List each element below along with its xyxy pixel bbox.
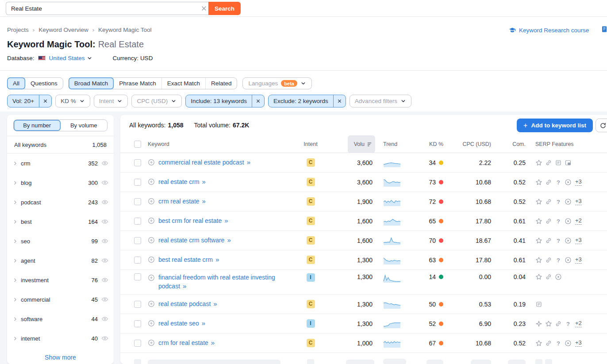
serp-more-link[interactable]: +3 <box>575 198 582 205</box>
sidebar-group-internet[interactable]: internet40 <box>7 329 114 348</box>
chevron-right-icon <box>12 180 18 186</box>
filter-label-text: Advanced filters <box>355 98 397 104</box>
tab-questions[interactable]: Questions <box>25 78 63 89</box>
row-checkbox[interactable] <box>134 340 141 347</box>
select-all-checkbox[interactable] <box>134 141 141 148</box>
sidebar-group-seo[interactable]: seo99 <box>7 231 114 251</box>
keyword-link[interactable]: commercial real estate podcast» <box>158 158 250 167</box>
remove-filter-icon[interactable] <box>333 95 346 107</box>
keyword-link[interactable]: real estate podcast» <box>158 299 217 308</box>
filter-chip-intent[interactable]: Intent <box>94 95 128 107</box>
open-keyword-icon[interactable]: » <box>215 256 219 263</box>
sidebar-group-investment[interactable]: investment76 <box>7 270 114 290</box>
tab-phrase-match[interactable]: Phrase Match <box>113 78 161 89</box>
open-keyword-icon[interactable]: » <box>213 300 217 307</box>
open-keyword-icon[interactable]: » <box>211 339 215 346</box>
serp-more-link[interactable]: +3 <box>575 256 582 264</box>
open-keyword-icon[interactable]: » <box>202 197 206 205</box>
refresh-button[interactable] <box>595 119 607 132</box>
sidebar-group-commercial[interactable]: commercial45 <box>7 290 114 309</box>
sidebar-group-agent[interactable]: agent82 <box>7 251 114 270</box>
kd-cell: 67 <box>415 340 443 347</box>
column-volume-label: Volu <box>354 141 365 147</box>
row-checkbox[interactable] <box>134 218 141 225</box>
group-label: commercial <box>21 296 50 303</box>
open-keyword-icon[interactable]: » <box>183 282 186 290</box>
search-input[interactable] <box>6 2 208 15</box>
sidebar-group-best[interactable]: best164 <box>7 212 114 231</box>
skeleton-checkbox <box>134 359 141 364</box>
group-label: software <box>21 316 42 322</box>
row-checkbox[interactable] <box>134 159 141 166</box>
sidebar-group-podcast[interactable]: podcast243 <box>7 192 114 212</box>
manual-doc-icon[interactable] <box>601 26 607 33</box>
keyword-link[interactable]: financial freedom with real estate inves… <box>158 273 287 291</box>
add-to-keyword-list-button[interactable]: + Add to keyword list <box>517 119 593 132</box>
tab-related[interactable]: Related <box>205 78 237 89</box>
clear-search-icon[interactable] <box>200 5 207 12</box>
search-button[interactable]: Search <box>208 2 241 15</box>
breadcrumb-item-keyword-overview[interactable]: Keyword Overview <box>38 27 88 33</box>
tab-all[interactable]: All <box>7 77 25 89</box>
filter-chip-advanced-filters[interactable]: Advanced filters <box>350 95 411 107</box>
tab-group-2: Broad MatchPhrase MatchExact MatchRelate… <box>69 77 238 89</box>
toggle-by-volume[interactable]: By volume <box>61 120 108 131</box>
keyword-link[interactable]: real estate crm» <box>158 177 206 186</box>
filter-chip-exclude-2-keywords[interactable]: Exclude: 2 keywords <box>268 95 346 107</box>
filter-chip-include-13-keywords[interactable]: Include: 13 keywords <box>185 95 265 107</box>
filter-chip-cpc-usd-[interactable]: CPC (USD) <box>131 95 182 107</box>
column-kd[interactable]: KD % <box>415 141 443 147</box>
row-checkbox[interactable] <box>134 179 141 186</box>
database-selector[interactable]: United States <box>49 55 92 61</box>
intent-badge: C <box>307 217 315 225</box>
column-cpc[interactable]: CPC (USD) <box>443 141 491 147</box>
languages-dropdown[interactable]: Languagesbeta <box>242 77 311 89</box>
open-keyword-icon[interactable]: » <box>227 236 231 244</box>
serp-more-link[interactable]: +2 <box>575 320 582 327</box>
tab-exact-match[interactable]: Exact Match <box>161 78 205 89</box>
column-serp-features[interactable]: SERP Features <box>526 141 607 147</box>
keyword-link[interactable]: best crm for real estate» <box>158 216 228 225</box>
keyword-link[interactable]: best real estate crm» <box>158 255 219 264</box>
sidebar-group-blog[interactable]: blog300 <box>7 173 114 192</box>
row-checkbox[interactable] <box>134 320 141 327</box>
serp-more-link[interactable]: +3 <box>575 339 582 347</box>
sidebar-group-crm[interactable]: crm352 <box>7 153 114 173</box>
row-checkbox[interactable] <box>134 273 141 280</box>
filter-chip-vol-20-[interactable]: Vol: 20+ <box>7 95 52 107</box>
toggle-by-number[interactable]: By number <box>14 120 61 131</box>
star-icon <box>535 198 542 205</box>
column-com[interactable]: Com. <box>491 141 526 147</box>
tab-broad-match[interactable]: Broad Match <box>69 77 114 89</box>
serp-more-link[interactable]: +2 <box>575 217 582 225</box>
breadcrumb-item-projects[interactable]: Projects <box>7 27 29 33</box>
kd-dot <box>439 258 443 262</box>
filter-chip-kd-[interactable]: KD % <box>55 95 90 107</box>
keyword-link[interactable]: real estate crm software» <box>158 236 231 245</box>
remove-filter-icon[interactable] <box>252 95 264 107</box>
keyword-link[interactable]: crm real estate» <box>158 197 206 206</box>
keyword-link[interactable]: crm for real estate» <box>158 338 215 347</box>
show-more-link[interactable]: Show more <box>7 351 114 364</box>
row-checkbox[interactable] <box>134 198 141 205</box>
keyword-research-course-link[interactable]: Keyword Research course <box>509 27 589 34</box>
row-checkbox[interactable] <box>134 301 141 308</box>
open-keyword-icon[interactable]: » <box>202 178 206 185</box>
keyword-link[interactable]: real estate seo» <box>158 319 205 328</box>
row-checkbox[interactable] <box>134 257 141 264</box>
column-intent[interactable]: Intent <box>298 141 323 147</box>
open-keyword-icon[interactable]: » <box>224 217 228 224</box>
sidebar-group-software[interactable]: software44 <box>7 309 114 329</box>
open-keyword-icon[interactable]: » <box>247 158 250 166</box>
remove-filter-icon[interactable] <box>39 95 51 107</box>
serp-more-link[interactable]: +3 <box>575 178 582 186</box>
open-keyword-icon[interactable]: » <box>202 319 205 327</box>
serp-more-link[interactable]: +3 <box>575 237 582 244</box>
breadcrumb-item-keyword-magic-tool[interactable]: Keyword Magic Tool <box>98 27 152 33</box>
row-checkbox[interactable] <box>134 237 141 244</box>
column-volume[interactable]: Volu <box>323 135 374 153</box>
column-trend[interactable]: Trend <box>374 141 415 147</box>
all-keywords-row[interactable]: All keywords 1,058 <box>7 136 114 153</box>
column-keyword[interactable]: Keyword <box>148 141 298 147</box>
database-label: Database: <box>7 55 35 61</box>
